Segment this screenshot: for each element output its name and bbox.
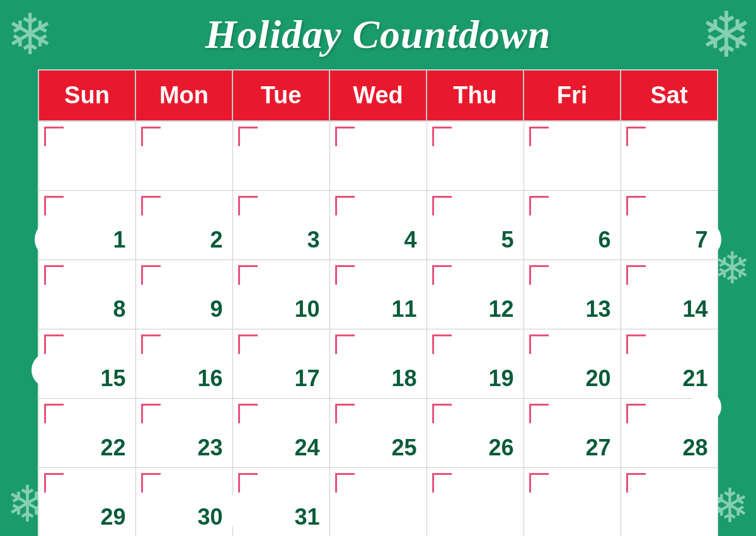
- col-tue: Tue: [232, 70, 329, 121]
- calendar-day[interactable]: [329, 467, 427, 536]
- calendar-day[interactable]: 17: [232, 329, 329, 398]
- calendar-day[interactable]: [621, 121, 718, 190]
- calendar-day[interactable]: 31: [232, 467, 329, 536]
- calendar-day[interactable]: 8: [38, 259, 135, 329]
- snowflake-icon: ❄: [714, 246, 751, 290]
- calendar-day[interactable]: 30: [135, 467, 232, 536]
- calendar-day[interactable]: 13: [524, 259, 621, 329]
- calendar-day[interactable]: 3: [232, 190, 329, 259]
- calendar-day[interactable]: 24: [232, 398, 329, 467]
- calendar-day[interactable]: 14: [621, 259, 718, 329]
- calendar-header-row: Sun Mon Tue Wed Thu Fri Sat: [38, 70, 718, 121]
- calendar-row: 15161718192021: [38, 329, 718, 398]
- calendar-day[interactable]: [427, 467, 524, 536]
- calendar-day[interactable]: 9: [135, 259, 232, 329]
- calendar-day[interactable]: 19: [427, 329, 524, 398]
- calendar-day[interactable]: 29: [38, 467, 135, 536]
- calendar-day[interactable]: 22: [38, 398, 135, 467]
- calendar-row: [38, 121, 718, 190]
- calendar-day[interactable]: 28: [621, 398, 718, 467]
- calendar-day[interactable]: [232, 121, 329, 190]
- calendar-day[interactable]: 27: [524, 398, 621, 467]
- calendar-day[interactable]: [524, 467, 621, 536]
- calendar-day[interactable]: 4: [329, 190, 427, 259]
- calendar-day[interactable]: [621, 467, 718, 536]
- calendar-row: 891011121314: [38, 259, 718, 329]
- calendar-day[interactable]: 10: [232, 259, 329, 329]
- calendar-day[interactable]: 7: [621, 190, 718, 259]
- calendar-day[interactable]: 20: [524, 329, 621, 398]
- calendar-day[interactable]: 25: [329, 398, 427, 467]
- calendar-row: 293031: [38, 467, 718, 536]
- calendar-day[interactable]: 26: [427, 398, 524, 467]
- calendar-row: 1234567: [38, 190, 718, 259]
- calendar-day[interactable]: 23: [135, 398, 232, 467]
- calendar-row: 22232425262728: [38, 398, 718, 467]
- col-mon: Mon: [135, 70, 232, 121]
- calendar-day[interactable]: 2: [135, 190, 232, 259]
- calendar-day[interactable]: [524, 121, 621, 190]
- calendar-day[interactable]: 5: [427, 190, 524, 259]
- calendar-table: Sun Mon Tue Wed Thu Fri Sat 123456789101…: [38, 69, 718, 536]
- col-thu: Thu: [427, 70, 524, 121]
- calendar-day[interactable]: [38, 121, 135, 190]
- calendar-day[interactable]: [329, 121, 427, 190]
- calendar-day[interactable]: 12: [427, 259, 524, 329]
- calendar-day[interactable]: 11: [329, 259, 427, 329]
- page-title: Holiday Countdown: [205, 11, 551, 58]
- calendar-day[interactable]: [135, 121, 232, 190]
- calendar-day[interactable]: 18: [329, 329, 427, 398]
- calendar-day[interactable]: [427, 121, 524, 190]
- snowflake-icon: ❄: [6, 6, 54, 63]
- snowflake-icon: ❄: [700, 3, 753, 66]
- calendar-day[interactable]: 6: [524, 190, 621, 259]
- calendar-day[interactable]: 1: [38, 190, 135, 259]
- background: ❄ ❄ ❄ ❄ ❄ ❄ Holiday Countdown Sun Mon Tu…: [0, 0, 756, 536]
- col-fri: Fri: [524, 70, 621, 121]
- calendar-day[interactable]: 21: [621, 329, 718, 398]
- col-wed: Wed: [329, 70, 427, 121]
- col-sun: Sun: [38, 70, 135, 121]
- calendar-day[interactable]: 15: [38, 329, 135, 398]
- col-sat: Sat: [621, 70, 718, 121]
- calendar-day[interactable]: 16: [135, 329, 232, 398]
